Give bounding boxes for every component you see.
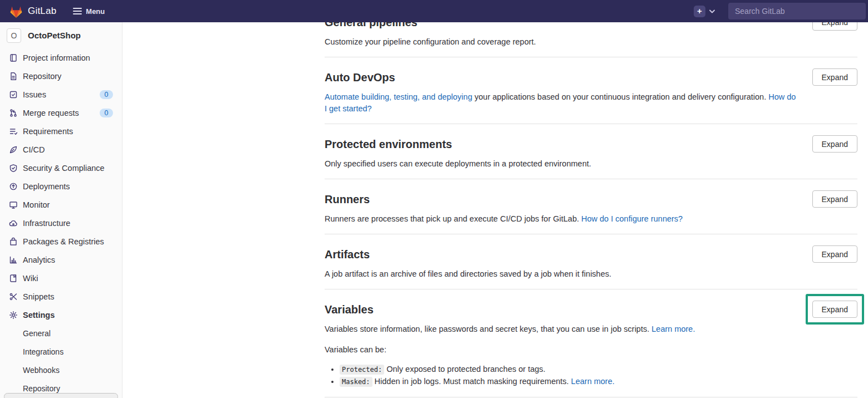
sidebar-subitem-webhooks[interactable]: Webhooks bbox=[0, 361, 122, 379]
sidebar-item-security-compliance[interactable]: Security & Compliance bbox=[0, 159, 122, 177]
wiki-icon bbox=[9, 274, 18, 283]
count-badge: 0 bbox=[100, 90, 113, 99]
expand-button-variables[interactable]: Expand bbox=[812, 301, 857, 318]
text-run: Only exposed to protected branches or ta… bbox=[384, 365, 545, 374]
sidebar-item-label: Snippets bbox=[23, 292, 54, 301]
bullet-masked: Masked: Hidden in job logs. Must match m… bbox=[340, 376, 800, 388]
code-badge: Masked: bbox=[340, 377, 372, 387]
menu-button[interactable]: Menu bbox=[73, 7, 105, 16]
sidebar-subitem-general[interactable]: General bbox=[0, 324, 122, 342]
project-name: OctoPetShop bbox=[28, 31, 81, 40]
section-desc-auto-devops: Automate building, testing, and deployin… bbox=[325, 91, 800, 115]
new-item-dropdown-button[interactable]: + bbox=[694, 6, 715, 17]
deployments-icon bbox=[9, 182, 18, 191]
gear-icon bbox=[9, 311, 18, 320]
sidebar-item-label: Infrastructure bbox=[23, 219, 70, 228]
ci-cd-settings-content: General pipelines Customize your pipelin… bbox=[122, 0, 868, 398]
cloud-icon bbox=[9, 219, 18, 228]
sidebar-item-merge-requests[interactable]: Merge requests0 bbox=[0, 104, 122, 122]
section-auto-devops: Auto DevOps Automate building, testing, … bbox=[325, 57, 857, 115]
sidebar-item-label: Project information bbox=[23, 53, 90, 62]
sidebar-nav: Project informationRepositoryIssues0Merg… bbox=[0, 48, 122, 397]
sidebar-item-label: Settings bbox=[23, 311, 55, 320]
sidebar-item-deployments[interactable]: Deployments bbox=[0, 177, 122, 195]
sidebar-item-label: Wiki bbox=[23, 274, 38, 283]
repository-icon bbox=[9, 72, 18, 81]
text-run: your applications based on your continuo… bbox=[472, 92, 768, 101]
gitlab-logo-icon[interactable] bbox=[9, 4, 23, 18]
project-sidebar: O OctoPetShop Project informationReposit… bbox=[0, 22, 122, 398]
top-navbar: GitLab Menu + bbox=[0, 0, 868, 22]
menu-label: Menu bbox=[86, 7, 105, 16]
text-run: Only specified users can execute deploym… bbox=[325, 159, 591, 168]
section-title-variables: Variables bbox=[325, 303, 800, 317]
text-run: Hidden in job logs. Must match masking r… bbox=[372, 377, 571, 386]
sidebar-item-label: Deployments bbox=[23, 182, 70, 191]
variables-intro-text: Variables can be: bbox=[325, 344, 800, 356]
text-run: Variables store information, like passwo… bbox=[325, 325, 651, 333]
code-badge: Protected: bbox=[340, 365, 384, 375]
monitor-icon bbox=[9, 200, 18, 209]
count-badge: 0 bbox=[100, 109, 113, 117]
section-divider bbox=[325, 397, 857, 397]
ci-cd-icon bbox=[9, 145, 18, 154]
sidebar-item-infrastructure[interactable]: Infrastructure bbox=[0, 214, 122, 232]
package-icon bbox=[9, 237, 18, 246]
chevron-down-icon bbox=[709, 9, 715, 13]
sidebar-item-settings[interactable]: Settings bbox=[0, 306, 122, 324]
shield-icon bbox=[9, 164, 18, 173]
variables-bullet-list: Protected: Only exposed to protected bra… bbox=[325, 363, 800, 388]
project-header[interactable]: O OctoPetShop bbox=[0, 22, 122, 48]
sidebar-scrollbar-thumb[interactable] bbox=[4, 393, 118, 398]
plus-icon: + bbox=[694, 6, 705, 17]
expand-button-runners[interactable]: Expand bbox=[812, 190, 857, 208]
inline-link[interactable]: How do I configure runners? bbox=[581, 214, 683, 223]
section-desc-variables: Variables store information, like passwo… bbox=[325, 323, 800, 335]
expand-button-protected-environments[interactable]: Expand bbox=[812, 135, 857, 153]
sidebar-item-label: Analytics bbox=[23, 255, 55, 264]
sidebar-item-ci-cd[interactable]: CI/CD bbox=[0, 140, 122, 159]
sidebar-subitem-integrations[interactable]: Integrations bbox=[0, 342, 122, 361]
sidebar-item-wiki[interactable]: Wiki bbox=[0, 269, 122, 287]
sidebar-item-label: Merge requests bbox=[23, 109, 79, 117]
section-title-artifacts: Artifacts bbox=[325, 248, 800, 262]
sidebar-item-label: Issues bbox=[23, 90, 46, 99]
hamburger-icon bbox=[73, 7, 82, 15]
section-title-protected-environments: Protected environments bbox=[325, 137, 800, 151]
sidebar-item-requirements[interactable]: Requirements bbox=[0, 122, 122, 140]
section-title-runners: Runners bbox=[325, 193, 800, 207]
inline-link[interactable]: Learn more. bbox=[651, 325, 695, 333]
sidebar-item-label: Monitor bbox=[23, 200, 50, 209]
sidebar-item-analytics[interactable]: Analytics bbox=[0, 250, 122, 269]
section-desc-protected-environments: Only specified users can execute deploym… bbox=[325, 158, 800, 170]
search-input[interactable] bbox=[728, 3, 866, 19]
expand-button-artifacts[interactable]: Expand bbox=[812, 245, 857, 263]
inline-link[interactable]: Automate building, testing, and deployin… bbox=[325, 92, 472, 101]
text-run: A job artifact is an archive of files an… bbox=[325, 269, 611, 278]
gitlab-wordmark[interactable]: GitLab bbox=[28, 6, 56, 17]
issues-icon bbox=[9, 90, 18, 99]
sidebar-item-packages-registries[interactable]: Packages & Registries bbox=[0, 232, 122, 250]
sidebar-item-label: Packages & Registries bbox=[23, 237, 104, 246]
expand-button-auto-devops[interactable]: Expand bbox=[812, 68, 857, 86]
sidebar-item-label: Requirements bbox=[23, 127, 73, 136]
sidebar-item-issues[interactable]: Issues0 bbox=[0, 85, 122, 104]
sidebar-item-project-information[interactable]: Project information bbox=[0, 48, 122, 67]
text-run: Runners are processes that pick up and e… bbox=[325, 214, 581, 223]
section-protected-environments: Protected environments Only specified us… bbox=[325, 124, 857, 170]
sidebar-item-snippets[interactable]: Snippets bbox=[0, 287, 122, 306]
section-desc-general-pipelines: Customize your pipeline configuration an… bbox=[325, 36, 800, 48]
text-run: Customize your pipeline configuration an… bbox=[325, 37, 536, 46]
sidebar-item-repository[interactable]: Repository bbox=[0, 67, 122, 85]
sidebar-item-label: Repository bbox=[23, 72, 61, 81]
section-runners: Runners Runners are processes that pick … bbox=[325, 179, 857, 225]
section-variables: Variables Variables store information, l… bbox=[325, 289, 857, 388]
bullet-protected: Protected: Only exposed to protected bra… bbox=[340, 363, 800, 376]
requirements-icon bbox=[9, 127, 18, 136]
inline-link[interactable]: Learn more. bbox=[571, 377, 615, 386]
project-avatar: O bbox=[7, 28, 21, 43]
section-title-auto-devops: Auto DevOps bbox=[325, 71, 800, 85]
section-desc-runners: Runners are processes that pick up and e… bbox=[325, 213, 800, 225]
sidebar-item-monitor[interactable]: Monitor bbox=[0, 195, 122, 214]
merge-requests-icon bbox=[9, 109, 18, 117]
